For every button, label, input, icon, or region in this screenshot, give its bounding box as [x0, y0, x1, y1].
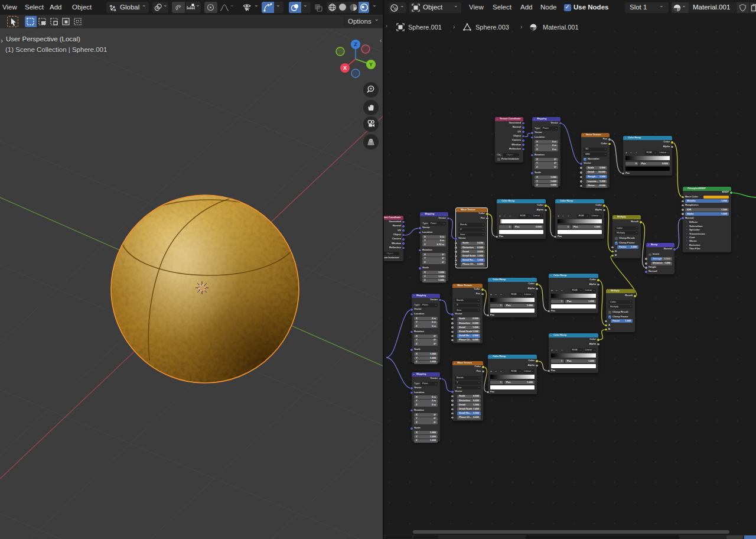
svg-text:Z: Z [354, 41, 357, 47]
svg-text:Y: Y [369, 61, 373, 67]
svg-text:X: X [343, 65, 347, 71]
